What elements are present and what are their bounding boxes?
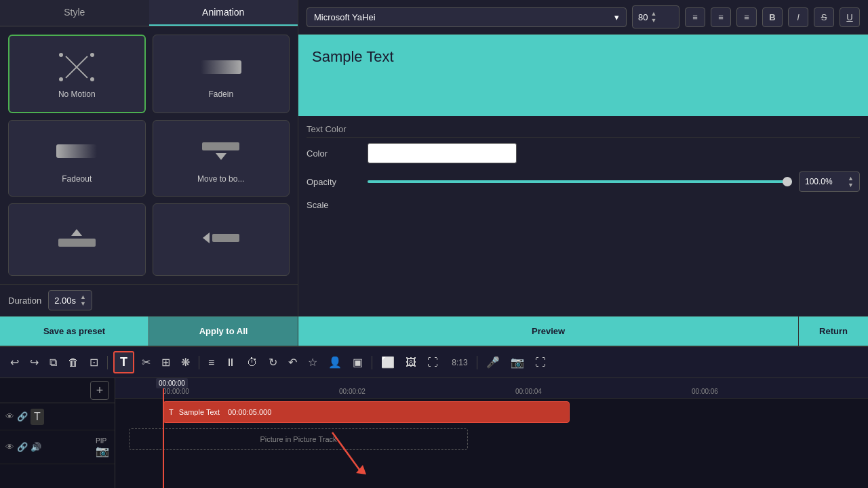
italic-button[interactable]: I: [788, 7, 808, 27]
mic-icon[interactable]: 🎤: [483, 353, 503, 371]
opacity-arrows[interactable]: ▲▼: [848, 175, 854, 188]
time-ruler: 00:00:00 00:00:02 00:00:04 00:00:06: [115, 378, 868, 399]
no-motion-label: No Motion: [58, 89, 96, 99]
pip-icons: 👁 🔗 🔊: [5, 442, 41, 452]
tab-style[interactable]: Style: [0, 0, 149, 26]
text-preview[interactable]: Sample Text: [298, 35, 868, 116]
time-mark-2: 00:00:02: [339, 388, 366, 395]
strikethrough-button[interactable]: S: [814, 7, 834, 27]
pip-volume-icon[interactable]: 🔊: [31, 442, 41, 452]
copy-icon[interactable]: ⧉: [46, 354, 60, 371]
person-icon[interactable]: 👤: [325, 353, 345, 371]
text-track-eye-icon[interactable]: 👁: [5, 411, 14, 422]
fadein-label: Fadein: [208, 89, 233, 99]
font-select[interactable]: Microsoft YaHei ▾: [307, 7, 627, 27]
bottom-buttons: Save as preset Apply to All: [0, 316, 298, 346]
opacity-thumb[interactable]: [783, 177, 792, 186]
font-name: Microsoft YaHei: [314, 12, 376, 22]
clip-duration: 00:00:05.000: [228, 408, 271, 416]
svg-line-0: [332, 432, 359, 470]
timeline-content: + 👁 🔗 T 👁 🔗 🔊 PIP 📷: [0, 378, 868, 488]
duration-arrows[interactable]: ▲▼: [80, 293, 86, 307]
undo-icon[interactable]: ↩: [7, 353, 22, 371]
duration-input[interactable]: 2.00s ▲▼: [48, 290, 92, 310]
right-bottom-buttons: Preview Return: [298, 316, 868, 346]
time-display: 8:13: [448, 355, 471, 370]
text-clip[interactable]: T Sample Text 00:00:05.000: [163, 401, 570, 423]
timer-icon[interactable]: ⏱: [243, 354, 261, 371]
add-track-button[interactable]: +: [90, 381, 109, 400]
move-bottom-icon: [197, 133, 245, 170]
save-preset-button[interactable]: Save as preset: [0, 317, 149, 346]
rotate-icon[interactable]: ↻: [265, 353, 281, 371]
scale-label: Scale: [307, 200, 361, 210]
camera-icon[interactable]: 📷: [507, 353, 528, 371]
color-swatch[interactable]: [368, 143, 517, 163]
select-icon[interactable]: ⊡: [86, 353, 102, 371]
freeze-icon[interactable]: ❋: [178, 353, 193, 371]
text-track-link-icon[interactable]: 🔗: [17, 411, 28, 422]
move-left-icon: [197, 219, 245, 256]
pip-clip[interactable]: Picture in Picture Track: [129, 428, 468, 450]
reverse-icon[interactable]: ↶: [285, 353, 300, 371]
pip-track-row: 👁 🔗 🔊 PIP 📷: [0, 430, 115, 464]
tab-bar: Style Animation: [0, 0, 298, 26]
delete-icon[interactable]: 🗑: [64, 354, 82, 371]
pip-camera-icon: 📷: [96, 445, 109, 458]
bold-button[interactable]: B: [762, 7, 783, 27]
align-icon[interactable]: ≡: [205, 354, 218, 371]
fullscreen-icon[interactable]: ⛶: [424, 354, 441, 371]
opacity-input[interactable]: 100.0% ▲▼: [799, 171, 860, 192]
return-button[interactable]: Return: [799, 317, 868, 346]
anim-card-fadeout[interactable]: Fadeout: [8, 120, 146, 197]
crop-icon[interactable]: ⬜: [378, 353, 398, 371]
fadein-icon: [197, 48, 245, 85]
pip-link-icon[interactable]: 🔗: [17, 442, 28, 452]
underline-button[interactable]: U: [840, 7, 860, 27]
playhead[interactable]: [163, 378, 164, 488]
split-icon[interactable]: ⊞: [158, 353, 174, 371]
pip-icon[interactable]: 🖼: [402, 354, 420, 371]
toolbar: ↩ ↪ ⧉ 🗑 ⊡ T ✂ ⊞ ❋ ≡ ⏸ ⏱ ↻ ↶ ☆ 👤 ▣ ⬜ 🖼 ⛶ …: [0, 347, 868, 378]
expand-icon[interactable]: ⛶: [532, 354, 549, 371]
timeline-tracks-area: 00:00:00 00:00:02 00:00:04 00:00:06 00:0…: [115, 378, 868, 488]
align-left-button[interactable]: ≡: [685, 7, 705, 27]
separator-1: [107, 356, 108, 369]
align-right-button[interactable]: ≡: [736, 7, 757, 27]
font-size-value: 80: [638, 12, 648, 22]
duration-row: Duration 2.00s ▲▼: [0, 284, 298, 316]
time-mark-0: 00:00:00: [163, 388, 189, 395]
anim-card-no-motion[interactable]: No Motion: [8, 35, 146, 113]
separator-2: [199, 356, 199, 369]
anim-card-move-up[interactable]: [8, 203, 146, 276]
text-tool-icon[interactable]: T: [113, 351, 134, 373]
properties-area: Text Color Color Opacity 100.0% ▲▼ Scale: [298, 116, 868, 316]
text-track-type-icon[interactable]: T: [31, 409, 44, 425]
anim-card-fadein[interactable]: Fadein: [153, 35, 290, 113]
anim-card-move-bottom[interactable]: Move to bo...: [153, 120, 290, 197]
red-arrow-annotation: [326, 426, 366, 480]
redo-icon[interactable]: ↪: [26, 353, 42, 371]
left-panel: Style Animation No Motion: [0, 0, 298, 346]
tab-animation[interactable]: Animation: [149, 0, 298, 26]
time-mark-6: 00:00:06: [692, 388, 718, 395]
pause-icon[interactable]: ⏸: [222, 354, 239, 371]
font-size-arrows[interactable]: ▲▼: [650, 10, 656, 24]
anim-card-move-left[interactable]: [153, 203, 290, 276]
font-bar: Microsoft YaHei ▾ 80 ▲▼ ≡ ≡ ≡ B I S U: [298, 0, 868, 35]
star-icon[interactable]: ☆: [304, 353, 321, 371]
apply-all-button[interactable]: Apply to All: [149, 317, 298, 346]
pip-label: PIP: [96, 437, 109, 445]
opacity-slider[interactable]: [368, 180, 792, 183]
scale-row: Scale: [307, 200, 860, 210]
clip-label: Sample Text: [179, 408, 220, 416]
font-size-input[interactable]: 80 ▲▼: [632, 5, 679, 28]
align-center-button[interactable]: ≡: [711, 7, 731, 27]
track-labels: + 👁 🔗 T 👁 🔗 🔊 PIP 📷: [0, 378, 115, 488]
fadeout-label: Fadeout: [62, 174, 92, 184]
preview-button[interactable]: Preview: [298, 317, 799, 346]
pip-eye-icon[interactable]: 👁: [5, 442, 14, 452]
mask-icon[interactable]: ▣: [349, 353, 366, 371]
cut-icon[interactable]: ✂: [138, 353, 154, 371]
opacity-row: Opacity 100.0% ▲▼: [307, 171, 860, 192]
